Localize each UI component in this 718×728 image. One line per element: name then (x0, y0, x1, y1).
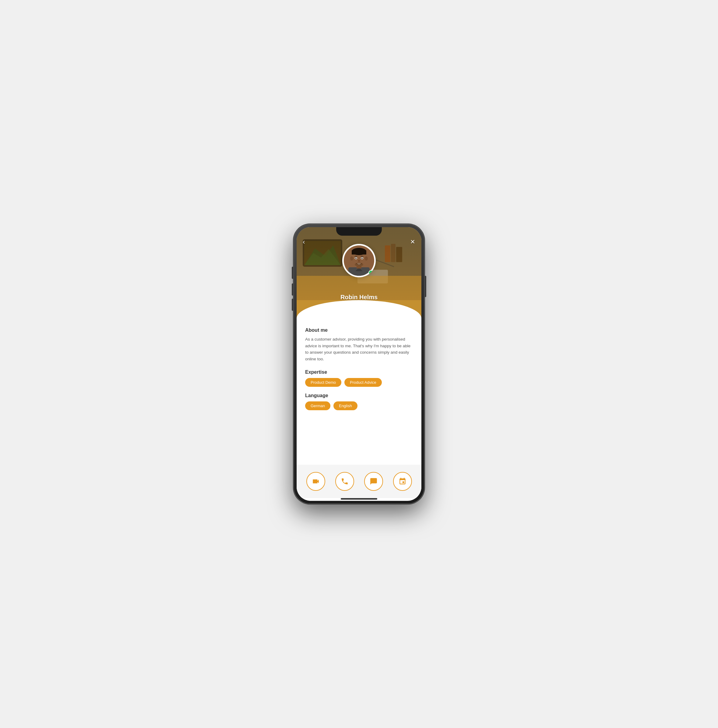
online-indicator (369, 270, 374, 275)
svg-point-25 (361, 258, 363, 259)
calendar-icon (398, 477, 406, 485)
back-button[interactable]: ‹ (303, 238, 305, 246)
svg-point-19 (350, 256, 353, 261)
chat-button[interactable] (364, 472, 383, 491)
language-title: Language (305, 393, 413, 398)
video-call-button[interactable] (306, 472, 325, 491)
advisor-avatar-container (342, 244, 376, 277)
svg-point-27 (358, 260, 360, 262)
bottom-action-bar (297, 465, 421, 498)
phone-icon (341, 477, 349, 485)
phone-frame: ‹ ✕ (294, 224, 424, 504)
expertise-tag-product-demo[interactable]: Product Demo (305, 378, 341, 387)
expertise-section: Expertise Product Demo Product Advice (305, 370, 413, 387)
header-section: ‹ ✕ (297, 227, 421, 321)
home-indicator (341, 498, 377, 500)
advisor-title: Customer Advisor (297, 302, 421, 307)
svg-point-22 (355, 258, 357, 259)
about-description: As a customer advisor, providing you wit… (305, 336, 413, 362)
about-title: About me (305, 327, 413, 333)
about-section: About me As a customer advisor, providin… (305, 327, 413, 362)
svg-point-28 (355, 263, 363, 266)
svg-point-20 (365, 256, 368, 261)
language-tags: German English (305, 401, 413, 410)
expertise-tag-product-advice[interactable]: Product Advice (344, 378, 382, 387)
language-tag-english[interactable]: English (334, 401, 357, 410)
language-tag-german[interactable]: German (305, 401, 331, 410)
advisor-name: Robin Helms (297, 294, 421, 301)
expertise-tags: Product Demo Product Advice (305, 378, 413, 387)
phone-notch (336, 227, 382, 236)
svg-rect-18 (352, 250, 366, 254)
avatar-ring (342, 244, 376, 277)
language-section: Language German English (305, 393, 413, 410)
phone-call-button[interactable] (335, 472, 354, 491)
content-section: About me As a customer advisor, providin… (297, 321, 421, 465)
expertise-title: Expertise (305, 370, 413, 375)
phone-screen: ‹ ✕ (297, 227, 421, 501)
calendar-button[interactable] (393, 472, 412, 491)
chat-icon (370, 477, 378, 485)
close-button[interactable]: ✕ (410, 238, 415, 245)
video-icon (312, 477, 320, 485)
